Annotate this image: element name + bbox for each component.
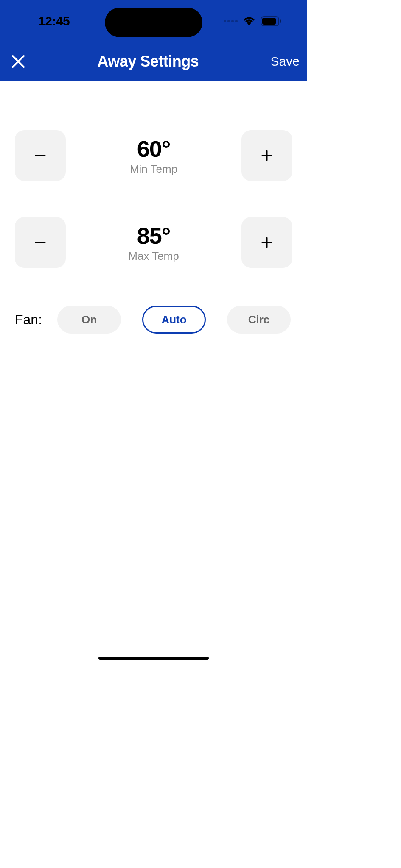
svg-rect-2 [280, 19, 281, 23]
min-temp-label: Min Temp [130, 163, 177, 176]
max-temp-value: 85° [137, 223, 171, 249]
status-bar: 12:45 [0, 0, 307, 42]
home-indicator[interactable] [98, 657, 209, 660]
fan-option-circ[interactable]: Circ [227, 306, 291, 334]
close-icon[interactable] [11, 54, 25, 69]
page-title: Away Settings [97, 53, 199, 70]
plus-icon [261, 149, 273, 162]
device-notch [105, 8, 202, 37]
cellular-icon [224, 20, 238, 22]
svg-rect-1 [262, 18, 276, 25]
save-button[interactable]: Save [271, 54, 300, 69]
max-temp-label: Max Temp [128, 250, 179, 263]
minus-icon [34, 236, 47, 249]
battery-icon [261, 16, 282, 26]
fan-option-auto[interactable]: Auto [142, 306, 206, 334]
min-temp-increase-button[interactable] [241, 130, 292, 181]
max-temp-row: 85° Max Temp [15, 199, 292, 286]
status-icons [224, 16, 282, 26]
plus-icon [261, 236, 273, 249]
fan-row: Fan: On Auto Circ [15, 286, 292, 353]
fan-label: Fan: [15, 312, 57, 328]
min-temp-decrease-button[interactable] [15, 130, 66, 181]
fan-option-on[interactable]: On [57, 306, 121, 334]
minus-icon [34, 149, 47, 162]
fan-options: On Auto Circ [57, 306, 292, 334]
max-temp-decrease-button[interactable] [15, 217, 66, 268]
min-temp-value: 60° [137, 136, 171, 162]
header: Away Settings Save [0, 42, 307, 81]
wifi-icon [243, 17, 255, 26]
top-divider [15, 81, 292, 112]
max-temp-increase-button[interactable] [241, 217, 292, 268]
min-temp-row: 60° Min Temp [15, 112, 292, 199]
status-time: 12:45 [38, 14, 70, 28]
